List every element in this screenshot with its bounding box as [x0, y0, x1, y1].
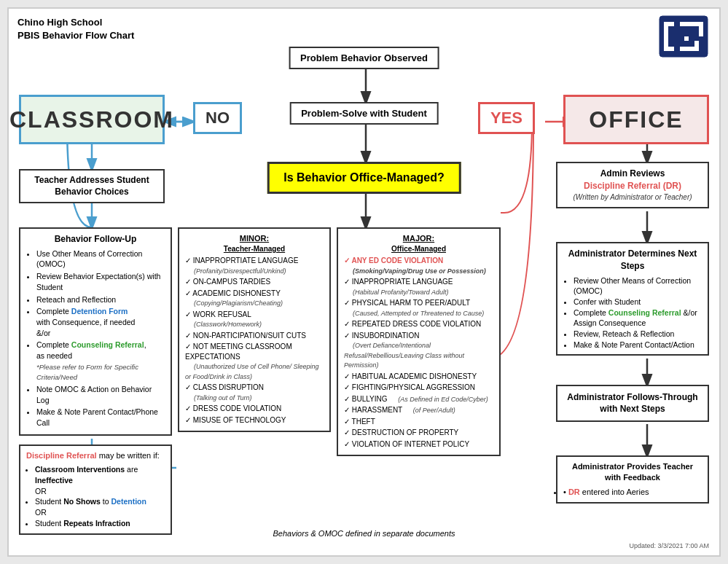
behavior-followup-list: Use Other Means of Correction (OMOC) Rev…: [26, 248, 165, 428]
problem-behavior-box: Problem Behavior Observed: [289, 47, 439, 69]
problem-solve-label: Problem-Solve with Student: [301, 108, 427, 119]
list-item: Confer with Student: [574, 297, 702, 308]
major-item: ✓ DESTRUCTION OF PROPERTY: [344, 428, 493, 438]
list-item: Complete Counseling Referral,as needed*P…: [36, 340, 165, 383]
list-item: Review Other Means of Correction (OMOC): [574, 275, 702, 297]
admin-determines-title: Administrator Determines Next Steps: [563, 248, 702, 273]
classroom-label: CLASSROOM: [9, 106, 174, 133]
list-item: Review Behavior Expectation(s) with Stud…: [36, 271, 165, 292]
problem-solve-box: Problem-Solve with Student: [289, 102, 439, 125]
classroom-box: CLASSROOM: [19, 95, 165, 144]
list-item: Student Repeats Infraction: [35, 518, 165, 529]
list-item: Make & Note Parent Contact/Action: [574, 340, 702, 350]
problem-behavior-label: Problem Behavior Observed: [300, 52, 428, 63]
list-item: Complete Detention Formwith Consequence,…: [36, 306, 165, 338]
chart-container: Chino High School PBIS Behavior Flow Cha…: [7, 7, 721, 557]
behavior-managed-label: Is Behavior Office-Managed?: [283, 171, 445, 184]
admin-provides-box: Administrator Provides Teacher with Feed…: [556, 455, 709, 504]
admin-determines-list: Review Other Means of Correction (OMOC) …: [563, 275, 702, 350]
major-item: ✓ BULLYING (As Defined in Ed Code/Cyber): [344, 394, 493, 404]
minor-item: ✓ DRESS CODE VIOLATION: [185, 404, 324, 414]
teacher-addresses-label: Teacher Addresses Student Behavior Choic…: [34, 175, 149, 197]
office-label: OFFICE: [589, 106, 683, 133]
minor-item: ✓ NON-PARTICIPATION/SUIT CUTS: [185, 331, 324, 341]
minor-item: ✓ NOT MEETING CLASSROOM EXPECTATIONS(Una…: [185, 342, 324, 381]
updated-note: Updated: 3/3/2021 7:00 AM: [629, 542, 709, 549]
behavior-followup-title: Behavior Follow-Up: [26, 233, 165, 246]
school-logo: [658, 15, 709, 58]
major-box: MAJOR: Office-Managed ✓ ANY ED CODE VIOL…: [337, 227, 501, 456]
discipline-referral-title: Discipline Referral may be written if:: [26, 450, 165, 461]
minor-box: MINOR: Teacher-Managed ✓ INAPPROPRTIATE …: [178, 227, 331, 432]
admin-reviews-title: Admin Reviews: [563, 168, 702, 180]
list-item: Student No Shows to DetentionOR: [35, 496, 165, 517]
admin-reviews-box: Admin Reviews Discipline Referral (DR) (…: [556, 162, 709, 208]
minor-item: ✓ CLASS DISRUPTION(Talking out of Turn): [185, 383, 324, 402]
minor-item: ✓ MISUSE OF TECHNOLOGY: [185, 415, 324, 426]
chart-title: Chino High School PBIS Behavior Flow Cha…: [17, 16, 134, 42]
list-item: Complete Counseling Referral &/or Assign…: [574, 308, 702, 329]
admin-provides-title: Administrator Provides Teacher with Feed…: [563, 461, 702, 484]
list-item: Review, Reteach & Reflection: [574, 329, 702, 340]
major-item: ✓ FIGHTING/PHYSICAL AGGRESSION: [344, 383, 493, 393]
list-item: Classroom Interventions are IneffectiveO…: [35, 464, 165, 496]
minor-item: ✓ ACADEMIC DISHONESTY(Copying/Plagiarism…: [185, 289, 324, 308]
major-item: ✓ PHYSICAL HARM TO PEER/ADULT(Caused, At…: [344, 298, 493, 318]
major-item: ✓ VIOLATION OF INTERNET POLICY: [344, 439, 493, 450]
office-box: OFFICE: [563, 95, 709, 144]
discipline-referral-list: Classroom Interventions are IneffectiveO…: [26, 464, 165, 528]
major-title: MAJOR:: [344, 233, 493, 244]
behaviors-note: Behaviors & OMOC defined in separate doc…: [273, 529, 455, 538]
major-item: ✓ HABITUAL ACADEMIC DISHONESTY: [344, 372, 493, 382]
admin-follows-box: Administrator Follows-Through with Next …: [556, 385, 709, 422]
major-item: ✓ INSUBORDINATION(Overt Defiance/Intenti…: [344, 331, 493, 370]
yes-badge: YES: [478, 102, 535, 134]
admin-provides-list: • DR entered into Aeries: [563, 487, 702, 498]
major-item: ✓ ANY ED CODE VIOLATION(Smoking/Vaping/D…: [344, 256, 493, 275]
major-item: ✓ INAPPROPRIATE LANGUAGE(Habitual Profan…: [344, 277, 493, 297]
minor-item: ✓ INAPPROPRTIATE LANGUAGE(Profanity/Disr…: [185, 256, 324, 275]
list-item: Note OMOC & Action on Behavior Log: [36, 384, 165, 405]
major-item: ✓ HARASSMENT (of Peer/Adult): [344, 405, 493, 415]
admin-reviews-note: (Written by Administrator or Teacher): [563, 192, 702, 203]
behavior-followup-box: Behavior Follow-Up Use Other Means of Co…: [19, 227, 172, 436]
list-item: • DR entered into Aeries: [563, 487, 702, 498]
minor-item: ✓ WORK REFUSAL(Classwork/Homework): [185, 310, 324, 329]
minor-item: ✓ ON-CAMPUS TARDIES: [185, 277, 324, 287]
teacher-addresses-box: Teacher Addresses Student Behavior Choic…: [19, 169, 165, 203]
admin-reviews-subtitle: Discipline Referral (DR): [563, 180, 702, 192]
admin-determines-box: Administrator Determines Next Steps Revi…: [556, 242, 709, 356]
major-subtitle: Office-Managed: [344, 244, 493, 254]
admin-follows-label: Administrator Follows-Through with Next …: [567, 392, 697, 414]
major-item: ✓ THEFT: [344, 417, 493, 427]
no-badge: NO: [193, 102, 242, 134]
list-item: Use Other Means of Correction (OMOC): [36, 248, 165, 270]
list-item: Reteach and Reflection: [36, 294, 165, 305]
minor-title: MINOR:: [185, 233, 324, 244]
major-item: ✓ REPEATED DRESS CODE VIOLATION: [344, 319, 493, 329]
behavior-managed-box: Is Behavior Office-Managed?: [267, 162, 461, 194]
minor-subtitle: Teacher-Managed: [185, 244, 324, 254]
discipline-referral-box: Discipline Referral may be written if: C…: [19, 444, 172, 535]
list-item: Make & Note Parent Contact/Phone Call: [36, 407, 165, 428]
